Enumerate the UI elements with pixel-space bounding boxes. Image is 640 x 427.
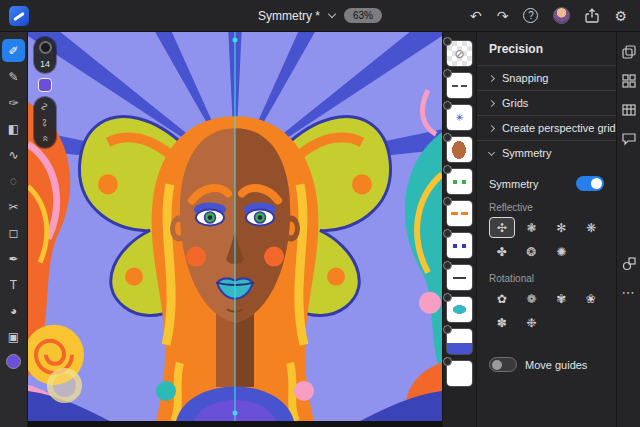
rotational-2[interactable]: ✿ (489, 288, 515, 309)
layer-badge-icon[interactable] (443, 37, 452, 46)
rail-pressure-curve[interactable]: ∾ (40, 117, 49, 128)
symmetry-toggle[interactable] (576, 176, 604, 191)
reflective-mandala-2[interactable]: ❂ (519, 241, 545, 262)
topbar-actions: ↶ ↷ ? ⚙ (470, 7, 640, 24)
rail-collapse-rail[interactable]: « (42, 133, 48, 144)
redo-icon: ↷ (497, 9, 509, 23)
layer-thumbnail[interactable] (447, 169, 472, 194)
tool-paint-brush[interactable]: ✐ (2, 39, 25, 62)
brush-rail-icons: ∿ ∾ « (34, 97, 56, 148)
layer-badge-icon[interactable] (443, 69, 452, 78)
tool-shape[interactable]: ◻ (2, 221, 25, 244)
layer-thumbnail[interactable] (447, 73, 472, 98)
reflective-8-axis[interactable]: ❋ (578, 217, 604, 238)
share-icon (585, 8, 599, 23)
layers-panel-button[interactable] (621, 44, 637, 60)
symmetry-pattern-icon: ✾ (556, 292, 566, 306)
rail-smoothing-curve[interactable]: ∿ (40, 101, 49, 112)
tool-place-image[interactable]: ▣ (2, 325, 25, 348)
rotational-6[interactable]: ❀ (578, 288, 604, 309)
main-row: ✐ ✎ ✑ ◧ ∿ (0, 32, 640, 427)
grid-panel-button[interactable] (621, 102, 637, 118)
tool-lasso-select[interactable]: ◌ (2, 169, 25, 192)
canvas-artwork[interactable] (28, 32, 442, 421)
layer-badge-icon[interactable] (443, 229, 452, 238)
account-button[interactable] (553, 7, 570, 24)
tool-vector-trim[interactable]: ✂ (2, 195, 25, 218)
layer-thumbnail[interactable] (447, 201, 472, 226)
tool-icon: ◻ (9, 226, 19, 240)
reflective-mandala-1[interactable]: ✤ (489, 241, 515, 262)
rotational-label: Rotational (489, 273, 604, 284)
tool-icon: ▣ (8, 330, 19, 344)
layer-badge-icon[interactable] (443, 261, 452, 270)
move-guides-toggle[interactable] (489, 357, 517, 372)
rotational-12[interactable]: ❉ (519, 312, 545, 333)
active-color-swatch[interactable] (38, 78, 52, 92)
zoom-level-badge[interactable]: 63% (344, 8, 382, 23)
symmetry-pattern-icon: ❀ (586, 292, 596, 306)
undo-button[interactable]: ↶ (470, 9, 482, 23)
symmetry-section-body: Symmetry Reflective ✣ ❃ (477, 165, 616, 372)
symmetry-pattern-icon: ✻ (556, 221, 566, 235)
tool-eraser[interactable]: ◧ (2, 117, 25, 140)
tool-smudge[interactable]: ∿ (2, 143, 25, 166)
rotational-4[interactable]: ✾ (549, 288, 575, 309)
layer-thumbnail[interactable] (447, 105, 472, 130)
layer-thumbnail[interactable] (447, 137, 472, 162)
undo-icon: ↶ (470, 9, 482, 23)
tool-type[interactable]: T (2, 273, 25, 296)
brush-size-slider[interactable] (39, 41, 52, 54)
layer-thumbnail[interactable] (447, 41, 472, 66)
color-puck[interactable] (6, 354, 21, 369)
layer-thumbnail[interactable] (447, 361, 472, 386)
libraries-panel-button[interactable] (621, 73, 637, 89)
rotational-8[interactable]: ✽ (489, 312, 515, 333)
section-symmetry[interactable]: Symmetry (477, 140, 616, 165)
share-button[interactable] (585, 8, 599, 23)
section-grids[interactable]: Grids (477, 90, 616, 115)
symmetry-toggle-row: Symmetry (489, 176, 604, 191)
tool-fill[interactable]: ◕ (2, 299, 25, 322)
layer-badge-icon[interactable] (443, 357, 452, 366)
reflective-6-axis[interactable]: ✻ (549, 217, 575, 238)
reflective-4-axis[interactable]: ❃ (519, 217, 545, 238)
symmetry-pattern-icon: ✤ (497, 245, 507, 259)
layer-thumbnail[interactable] (447, 233, 472, 258)
layer-badge-icon[interactable] (443, 197, 452, 206)
rotational-grid: ✿ ❁ ✾ ❀ (489, 288, 604, 333)
comments-panel-button[interactable] (621, 131, 637, 147)
layers-rail (442, 32, 476, 427)
touch-shortcut[interactable] (47, 368, 82, 403)
redo-button[interactable]: ↷ (497, 9, 509, 23)
tool-pen[interactable]: ✒ (2, 247, 25, 270)
section-snapping[interactable]: Snapping (477, 65, 616, 90)
shapes-panel-button[interactable] (621, 256, 637, 272)
layer-badge-icon[interactable] (443, 101, 452, 110)
layer-badge-icon[interactable] (443, 325, 452, 334)
tool-sidebar: ✐ ✎ ✑ ◧ ∿ (0, 32, 28, 427)
tool-icon: ◧ (8, 122, 19, 136)
tool-live-brush[interactable]: ✑ (2, 91, 25, 114)
tool-icon: ✎ (8, 70, 18, 84)
section-perspective-grid[interactable]: Create perspective grid (477, 115, 616, 140)
layer-thumbnail[interactable] (447, 329, 472, 354)
layer-badge-icon[interactable] (443, 133, 452, 142)
section-label: Symmetry (502, 147, 552, 159)
avatar (553, 7, 570, 24)
layers-icon (621, 44, 637, 60)
reflective-2-axis[interactable]: ✣ (489, 217, 515, 238)
settings-button[interactable]: ⚙ (614, 9, 627, 23)
layer-badge-icon[interactable] (443, 165, 452, 174)
help-button[interactable]: ? (523, 8, 538, 23)
layer-thumbnail[interactable] (447, 297, 472, 322)
tool-pixel-brush[interactable]: ✎ (2, 65, 25, 88)
rotational-3[interactable]: ❁ (519, 288, 545, 309)
home-icon[interactable] (9, 6, 29, 26)
brush-size-value: 14 (40, 59, 50, 69)
reflective-mandala-3[interactable]: ✺ (549, 241, 575, 262)
document-title-menu[interactable]: Symmetry * 63% (258, 0, 382, 31)
layer-thumbnail[interactable] (447, 265, 472, 290)
more-options-button[interactable]: ⋯ (622, 285, 636, 300)
layer-badge-icon[interactable] (443, 293, 452, 302)
